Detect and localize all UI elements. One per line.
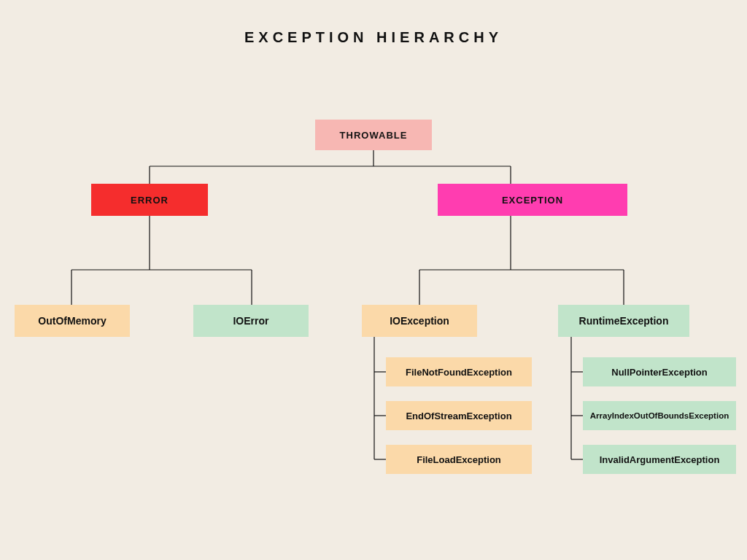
node-endofstream: EndOfStreamException — [386, 401, 532, 430]
node-filenotfound: FileNotFoundException — [386, 357, 532, 386]
diagram-title: EXCEPTION HIERARCHY — [0, 29, 747, 46]
node-nullpointer: NullPointerException — [583, 357, 736, 386]
node-outofmemory: OutOfMemory — [15, 305, 130, 337]
node-ioexception: IOException — [362, 305, 477, 337]
node-fileload: FileLoadException — [386, 445, 532, 474]
node-error: ERROR — [91, 184, 208, 216]
node-ioerror: IOError — [193, 305, 309, 337]
node-arrayindex: ArrayIndexOutOfBoundsException — [583, 401, 736, 430]
node-runtimeexception: RuntimeException — [558, 305, 689, 337]
node-throwable: THROWABLE — [315, 120, 432, 150]
node-exception: EXCEPTION — [438, 184, 627, 216]
node-invalidarg: InvalidArgumentException — [583, 445, 736, 474]
diagram-canvas: EXCEPTION HIERARCHY THROWABLE ERROR EXCE… — [0, 0, 747, 560]
connector-lines — [0, 0, 747, 560]
